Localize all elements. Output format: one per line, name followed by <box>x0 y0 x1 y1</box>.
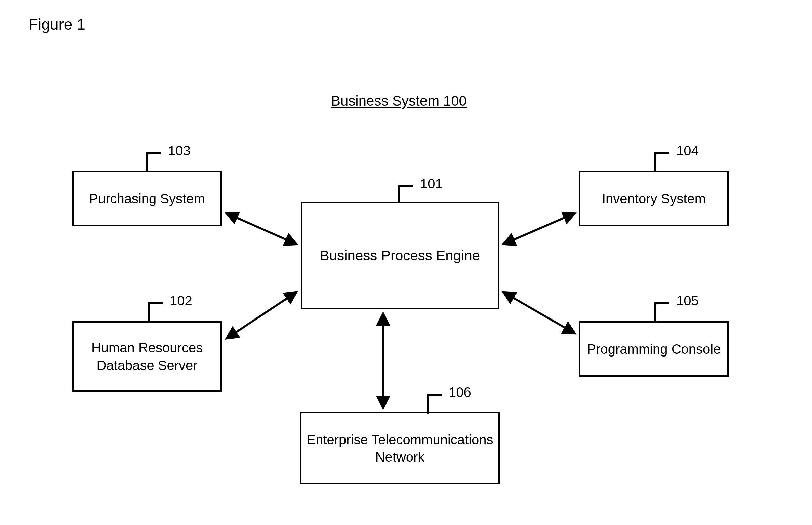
svg-line-5 <box>504 292 574 333</box>
figure-label: Figure 1 <box>29 15 85 33</box>
ref-label-105: 105 <box>676 293 699 309</box>
ref-tick-106 <box>425 388 445 414</box>
ref-label-104: 104 <box>676 143 699 159</box>
ref-tick-104 <box>653 147 673 172</box>
ref-tick-101 <box>396 180 417 203</box>
box-label: Purchasing System <box>89 190 205 208</box>
box-hr-database-server: Human Resources Database Server <box>72 321 222 392</box>
ref-tick-103 <box>144 147 165 172</box>
box-programming-console: Programming Console <box>579 321 729 377</box>
box-inventory-system: Inventory System <box>579 171 729 226</box>
box-enterprise-telecom-network: Enterprise Telecommunications Network <box>300 412 500 484</box>
box-label: Inventory System <box>602 190 706 208</box>
ref-label-106: 106 <box>449 385 471 400</box>
ref-label-103: 103 <box>168 143 190 159</box>
box-label: Business Process Engine <box>320 246 480 265</box>
svg-line-4 <box>504 213 574 244</box>
ref-label-102: 102 <box>170 293 192 309</box>
box-label: Human Resources Database Server <box>91 339 203 374</box>
ref-label-101: 101 <box>420 176 443 191</box>
diagram-title: Business System 100 <box>331 93 467 109</box>
box-label: Enterprise Telecommunications Network <box>307 431 493 466</box>
box-label: Programming Console <box>587 340 721 358</box>
box-purchasing-system: Purchasing System <box>72 171 222 226</box>
box-business-process-engine: Business Process Engine <box>301 202 499 310</box>
ref-tick-105 <box>653 297 673 322</box>
ref-tick-102 <box>146 297 166 322</box>
svg-line-3 <box>227 292 296 338</box>
svg-line-2 <box>227 213 296 244</box>
